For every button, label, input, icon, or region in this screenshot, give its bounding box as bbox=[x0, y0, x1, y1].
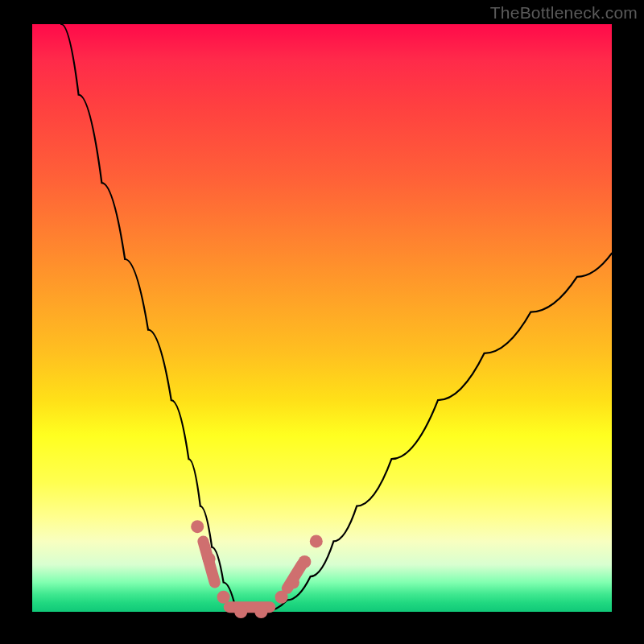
marker-dot bbox=[275, 591, 288, 604]
marker-dot bbox=[310, 535, 323, 547]
marker-dot bbox=[217, 591, 230, 604]
chart-stage: TheBottleneck.com bbox=[0, 0, 644, 644]
marker-dot bbox=[203, 552, 216, 565]
marker-dot bbox=[287, 576, 299, 589]
watermark-text: TheBottleneck.com bbox=[490, 3, 638, 23]
bottleneck-curve bbox=[61, 24, 612, 612]
marker-dot bbox=[254, 605, 267, 618]
marker-dot bbox=[234, 605, 247, 618]
bottleneck-plot bbox=[32, 24, 612, 612]
marker-dot bbox=[298, 555, 311, 568]
marker-dot bbox=[191, 520, 204, 533]
curve-layer bbox=[32, 24, 612, 612]
